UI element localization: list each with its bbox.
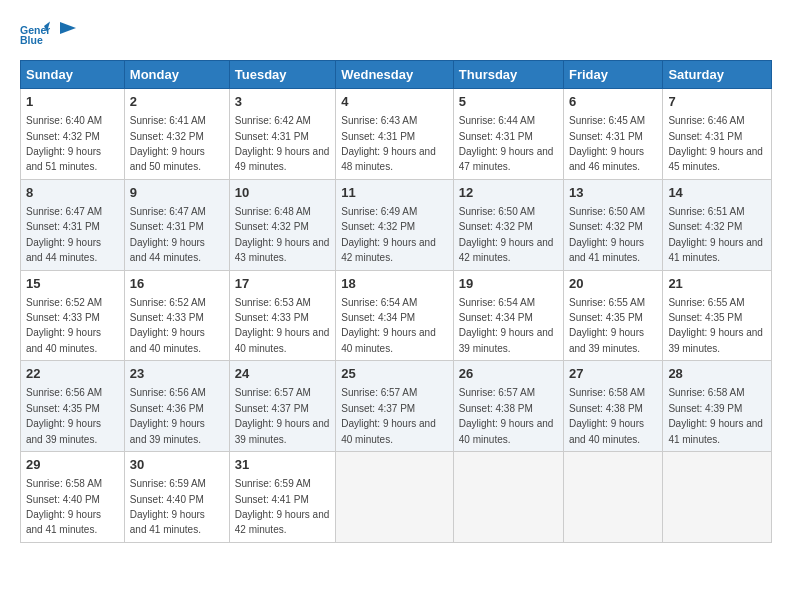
day-sunrise: Sunrise: 6:59 AM xyxy=(130,478,206,489)
day-sunrise: Sunrise: 6:44 AM xyxy=(459,115,535,126)
day-sunrise: Sunrise: 6:40 AM xyxy=(26,115,102,126)
day-daylight: Daylight: 9 hours and 41 minutes. xyxy=(668,237,763,263)
day-daylight: Daylight: 9 hours and 39 minutes. xyxy=(130,418,205,444)
day-sunrise: Sunrise: 6:46 AM xyxy=(668,115,744,126)
day-sunset: Sunset: 4:41 PM xyxy=(235,494,309,505)
day-sunrise: Sunrise: 6:56 AM xyxy=(130,387,206,398)
day-daylight: Daylight: 9 hours and 42 minutes. xyxy=(341,237,436,263)
day-sunset: Sunset: 4:36 PM xyxy=(130,403,204,414)
calendar-cell: 16 Sunrise: 6:52 AM Sunset: 4:33 PM Dayl… xyxy=(124,270,229,361)
col-header-sunday: Sunday xyxy=(21,61,125,89)
calendar-week-row: 1 Sunrise: 6:40 AM Sunset: 4:32 PM Dayli… xyxy=(21,89,772,180)
day-sunrise: Sunrise: 6:54 AM xyxy=(341,297,417,308)
day-sunset: Sunset: 4:32 PM xyxy=(459,221,533,232)
day-daylight: Daylight: 9 hours and 43 minutes. xyxy=(235,237,330,263)
day-number: 9 xyxy=(130,184,224,202)
day-number: 15 xyxy=(26,275,119,293)
day-sunset: Sunset: 4:32 PM xyxy=(668,221,742,232)
day-number: 23 xyxy=(130,365,224,383)
day-sunset: Sunset: 4:31 PM xyxy=(235,131,309,142)
day-sunset: Sunset: 4:38 PM xyxy=(569,403,643,414)
day-sunrise: Sunrise: 6:42 AM xyxy=(235,115,311,126)
calendar-cell: 25 Sunrise: 6:57 AM Sunset: 4:37 PM Dayl… xyxy=(336,361,454,452)
day-sunrise: Sunrise: 6:58 AM xyxy=(26,478,102,489)
calendar-cell: 21 Sunrise: 6:55 AM Sunset: 4:35 PM Dayl… xyxy=(663,270,772,361)
day-daylight: Daylight: 9 hours and 46 minutes. xyxy=(569,146,644,172)
day-number: 29 xyxy=(26,456,119,474)
day-sunrise: Sunrise: 6:54 AM xyxy=(459,297,535,308)
day-sunrise: Sunrise: 6:41 AM xyxy=(130,115,206,126)
day-sunrise: Sunrise: 6:57 AM xyxy=(341,387,417,398)
day-number: 6 xyxy=(569,93,657,111)
calendar-cell: 20 Sunrise: 6:55 AM Sunset: 4:35 PM Dayl… xyxy=(563,270,662,361)
day-sunset: Sunset: 4:32 PM xyxy=(569,221,643,232)
day-sunrise: Sunrise: 6:48 AM xyxy=(235,206,311,217)
calendar-cell xyxy=(336,452,454,543)
day-sunrise: Sunrise: 6:51 AM xyxy=(668,206,744,217)
day-sunset: Sunset: 4:35 PM xyxy=(569,312,643,323)
calendar-week-row: 15 Sunrise: 6:52 AM Sunset: 4:33 PM Dayl… xyxy=(21,270,772,361)
day-number: 31 xyxy=(235,456,330,474)
calendar-cell: 2 Sunrise: 6:41 AM Sunset: 4:32 PM Dayli… xyxy=(124,89,229,180)
day-number: 19 xyxy=(459,275,558,293)
calendar-cell: 17 Sunrise: 6:53 AM Sunset: 4:33 PM Dayl… xyxy=(229,270,335,361)
calendar-cell: 13 Sunrise: 6:50 AM Sunset: 4:32 PM Dayl… xyxy=(563,179,662,270)
col-header-wednesday: Wednesday xyxy=(336,61,454,89)
day-number: 22 xyxy=(26,365,119,383)
day-number: 27 xyxy=(569,365,657,383)
calendar-table: SundayMondayTuesdayWednesdayThursdayFrid… xyxy=(20,60,772,543)
day-sunrise: Sunrise: 6:58 AM xyxy=(668,387,744,398)
day-number: 1 xyxy=(26,93,119,111)
day-number: 26 xyxy=(459,365,558,383)
day-number: 21 xyxy=(668,275,766,293)
calendar-cell: 22 Sunrise: 6:56 AM Sunset: 4:35 PM Dayl… xyxy=(21,361,125,452)
day-number: 12 xyxy=(459,184,558,202)
flag-icon xyxy=(56,20,80,44)
calendar-cell: 30 Sunrise: 6:59 AM Sunset: 4:40 PM Dayl… xyxy=(124,452,229,543)
day-daylight: Daylight: 9 hours and 51 minutes. xyxy=(26,146,101,172)
day-number: 28 xyxy=(668,365,766,383)
calendar-week-row: 22 Sunrise: 6:56 AM Sunset: 4:35 PM Dayl… xyxy=(21,361,772,452)
calendar-cell: 31 Sunrise: 6:59 AM Sunset: 4:41 PM Dayl… xyxy=(229,452,335,543)
col-header-tuesday: Tuesday xyxy=(229,61,335,89)
day-number: 16 xyxy=(130,275,224,293)
calendar-cell: 5 Sunrise: 6:44 AM Sunset: 4:31 PM Dayli… xyxy=(453,89,563,180)
day-number: 3 xyxy=(235,93,330,111)
day-daylight: Daylight: 9 hours and 39 minutes. xyxy=(569,327,644,353)
day-sunset: Sunset: 4:33 PM xyxy=(130,312,204,323)
day-sunset: Sunset: 4:31 PM xyxy=(341,131,415,142)
day-number: 10 xyxy=(235,184,330,202)
calendar-cell xyxy=(663,452,772,543)
calendar-cell: 28 Sunrise: 6:58 AM Sunset: 4:39 PM Dayl… xyxy=(663,361,772,452)
calendar-week-row: 8 Sunrise: 6:47 AM Sunset: 4:31 PM Dayli… xyxy=(21,179,772,270)
day-sunset: Sunset: 4:33 PM xyxy=(235,312,309,323)
col-header-thursday: Thursday xyxy=(453,61,563,89)
day-sunset: Sunset: 4:37 PM xyxy=(341,403,415,414)
day-sunrise: Sunrise: 6:55 AM xyxy=(569,297,645,308)
day-sunset: Sunset: 4:33 PM xyxy=(26,312,100,323)
calendar-cell: 8 Sunrise: 6:47 AM Sunset: 4:31 PM Dayli… xyxy=(21,179,125,270)
calendar-cell: 9 Sunrise: 6:47 AM Sunset: 4:31 PM Dayli… xyxy=(124,179,229,270)
day-number: 8 xyxy=(26,184,119,202)
day-sunset: Sunset: 4:38 PM xyxy=(459,403,533,414)
day-sunset: Sunset: 4:34 PM xyxy=(459,312,533,323)
day-daylight: Daylight: 9 hours and 40 minutes. xyxy=(235,327,330,353)
day-sunset: Sunset: 4:34 PM xyxy=(341,312,415,323)
day-sunrise: Sunrise: 6:47 AM xyxy=(26,206,102,217)
day-sunset: Sunset: 4:31 PM xyxy=(26,221,100,232)
day-daylight: Daylight: 9 hours and 39 minutes. xyxy=(235,418,330,444)
day-sunset: Sunset: 4:32 PM xyxy=(341,221,415,232)
day-number: 30 xyxy=(130,456,224,474)
day-daylight: Daylight: 9 hours and 40 minutes. xyxy=(569,418,644,444)
day-number: 4 xyxy=(341,93,448,111)
day-number: 17 xyxy=(235,275,330,293)
col-header-friday: Friday xyxy=(563,61,662,89)
calendar-cell: 12 Sunrise: 6:50 AM Sunset: 4:32 PM Dayl… xyxy=(453,179,563,270)
day-sunset: Sunset: 4:39 PM xyxy=(668,403,742,414)
day-number: 20 xyxy=(569,275,657,293)
calendar-cell: 6 Sunrise: 6:45 AM Sunset: 4:31 PM Dayli… xyxy=(563,89,662,180)
calendar-cell xyxy=(453,452,563,543)
day-number: 2 xyxy=(130,93,224,111)
day-sunset: Sunset: 4:32 PM xyxy=(235,221,309,232)
calendar-cell: 15 Sunrise: 6:52 AM Sunset: 4:33 PM Dayl… xyxy=(21,270,125,361)
